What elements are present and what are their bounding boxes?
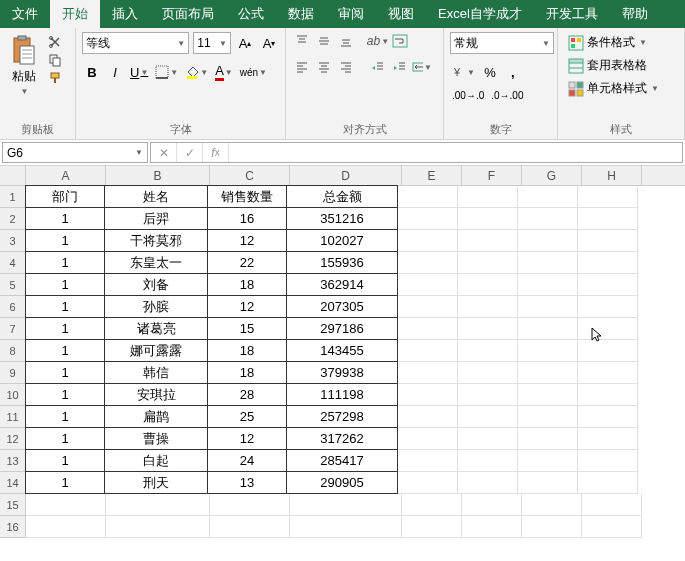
cell[interactable]: 1 (25, 251, 105, 274)
cell[interactable]: 韩信 (104, 361, 208, 384)
cell[interactable] (402, 494, 462, 516)
cell[interactable]: 18 (207, 361, 287, 384)
cell[interactable] (518, 230, 578, 252)
cell[interactable]: 18 (207, 273, 287, 296)
cell[interactable] (26, 494, 106, 516)
cell[interactable] (210, 494, 290, 516)
cell[interactable] (402, 516, 462, 538)
cell[interactable] (398, 208, 458, 230)
table-format-button[interactable]: 套用表格格 (564, 55, 678, 76)
tab-custom[interactable]: Excel自学成才 (426, 0, 534, 28)
cell[interactable]: 1 (25, 317, 105, 340)
tab-view[interactable]: 视图 (376, 0, 426, 28)
cell[interactable] (458, 252, 518, 274)
tab-layout[interactable]: 页面布局 (150, 0, 226, 28)
align-right-button[interactable] (336, 58, 356, 76)
cell[interactable]: 1 (25, 449, 105, 472)
cell[interactable]: 姓名 (104, 185, 208, 208)
cell[interactable] (518, 450, 578, 472)
cell[interactable] (578, 318, 638, 340)
decrease-indent-button[interactable] (368, 58, 388, 76)
cell[interactable] (458, 472, 518, 494)
cell[interactable]: 15 (207, 317, 287, 340)
cell[interactable] (582, 494, 642, 516)
row-header[interactable]: 13 (0, 450, 26, 472)
cell[interactable]: 1 (25, 339, 105, 362)
cell[interactable]: 1 (25, 207, 105, 230)
cell[interactable] (522, 516, 582, 538)
comma-button[interactable]: , (503, 62, 523, 82)
cell[interactable]: 孙膑 (104, 295, 208, 318)
cell[interactable]: 22 (207, 251, 287, 274)
copy-button[interactable] (46, 52, 64, 68)
cell[interactable]: 155936 (286, 251, 398, 274)
cancel-formula-button[interactable]: ✕ (151, 143, 177, 162)
percent-button[interactable]: % (480, 62, 500, 82)
cell[interactable] (458, 362, 518, 384)
cell[interactable]: 1 (25, 229, 105, 252)
cell[interactable]: 销售数量 (207, 185, 287, 208)
cell[interactable]: 12 (207, 427, 287, 450)
row-header[interactable]: 10 (0, 384, 26, 406)
cell[interactable] (582, 516, 642, 538)
cell[interactable] (398, 340, 458, 362)
font-size-select[interactable]: 11▼ (193, 32, 231, 54)
row-header[interactable]: 5 (0, 274, 26, 296)
cell[interactable]: 362914 (286, 273, 398, 296)
cell[interactable] (106, 494, 210, 516)
merge-button[interactable]: ▼ (412, 58, 432, 76)
cell[interactable] (398, 362, 458, 384)
cell[interactable] (578, 450, 638, 472)
cell[interactable] (290, 516, 402, 538)
cell[interactable] (522, 494, 582, 516)
accept-formula-button[interactable]: ✓ (177, 143, 203, 162)
cell[interactable] (518, 362, 578, 384)
name-box[interactable]: G6▼ (2, 142, 148, 163)
cell[interactable] (398, 252, 458, 274)
row-header[interactable]: 16 (0, 516, 26, 538)
tab-home[interactable]: 开始 (50, 0, 100, 28)
tab-help[interactable]: 帮助 (610, 0, 660, 28)
row-header[interactable]: 12 (0, 428, 26, 450)
align-center-button[interactable] (314, 58, 334, 76)
fx-button[interactable]: fx (203, 143, 229, 162)
format-painter-button[interactable] (46, 70, 64, 86)
cell[interactable]: 干将莫邪 (104, 229, 208, 252)
cell[interactable]: 351216 (286, 207, 398, 230)
cell[interactable] (458, 186, 518, 208)
cell[interactable] (462, 516, 522, 538)
cell[interactable] (578, 208, 638, 230)
cell[interactable] (26, 516, 106, 538)
cell[interactable]: 143455 (286, 339, 398, 362)
cell[interactable] (462, 494, 522, 516)
cell[interactable] (398, 230, 458, 252)
cell[interactable]: 290905 (286, 471, 398, 494)
border-button[interactable]: ▼ (153, 62, 180, 82)
cell[interactable] (398, 296, 458, 318)
cell[interactable] (578, 472, 638, 494)
row-header[interactable]: 14 (0, 472, 26, 494)
cell[interactable]: 刘备 (104, 273, 208, 296)
cell[interactable] (578, 230, 638, 252)
underline-button[interactable]: U▼ (128, 62, 150, 82)
font-color-button[interactable]: A▼ (213, 62, 235, 82)
cell[interactable] (398, 274, 458, 296)
cell[interactable]: 12 (207, 295, 287, 318)
row-header[interactable]: 6 (0, 296, 26, 318)
cell[interactable] (458, 296, 518, 318)
col-header-H[interactable]: H (582, 166, 642, 185)
cell[interactable]: 16 (207, 207, 287, 230)
number-format-select[interactable]: 常规▼ (450, 32, 554, 54)
wrap-text-button[interactable] (390, 32, 410, 50)
col-header-B[interactable]: B (106, 166, 210, 185)
cell[interactable]: 24 (207, 449, 287, 472)
cell[interactable] (578, 428, 638, 450)
row-header[interactable]: 9 (0, 362, 26, 384)
cell[interactable] (458, 208, 518, 230)
cell[interactable]: 12 (207, 229, 287, 252)
align-middle-button[interactable] (314, 32, 334, 50)
cell[interactable] (578, 384, 638, 406)
cell[interactable] (210, 516, 290, 538)
cell[interactable]: 扁鹊 (104, 405, 208, 428)
col-header-G[interactable]: G (522, 166, 582, 185)
